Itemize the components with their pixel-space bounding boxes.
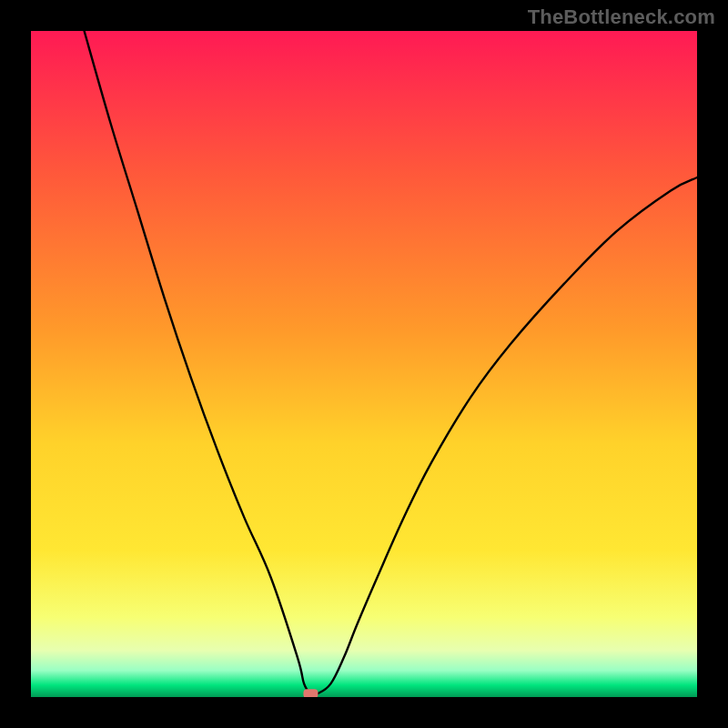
chart-plot-area	[31, 31, 697, 697]
optimal-point-marker	[303, 689, 318, 697]
chart-container: TheBottleneck.com	[0, 0, 728, 728]
chart-svg	[31, 31, 697, 697]
gradient-background	[31, 31, 697, 697]
watermark-text: TheBottleneck.com	[528, 5, 715, 29]
